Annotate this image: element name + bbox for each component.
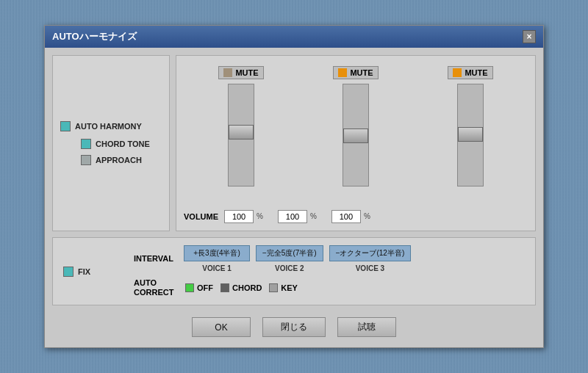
mute-label-3: MUTE <box>465 68 487 77</box>
chord-label: CHORD <box>232 283 262 292</box>
mute-button-2[interactable]: MUTE <box>333 66 378 79</box>
volume-input-2[interactable] <box>278 210 307 223</box>
sliders-area: MUTE MUTE <box>184 63 528 206</box>
key-option[interactable]: KEY <box>269 283 298 292</box>
left-panel: AUTO HARMONY CHORD TONE APPROACH <box>52 55 170 231</box>
slider-1[interactable] <box>228 84 254 186</box>
chord-option[interactable]: CHORD <box>220 283 262 292</box>
auto-harmony-option[interactable]: AUTO HARMONY <box>60 121 162 131</box>
mute-label-1: MUTE <box>235 68 258 77</box>
interval-row: INTERVAL +長3度(4半音) VOICE 1 −完全5度(7半音) VO… <box>134 245 525 272</box>
mute-button-3[interactable]: MUTE <box>448 66 492 79</box>
voice1-interval-btn[interactable]: +長3度(4半音) <box>184 245 250 261</box>
approach-option[interactable]: APPROACH <box>81 155 162 165</box>
pct-label-1: % <box>257 212 263 220</box>
mute-label-2: MUTE <box>350 68 373 77</box>
voice3-interval-btn[interactable]: −オクターブ(12半音) <box>329 245 412 261</box>
mute-button-1[interactable]: MUTE <box>218 66 263 79</box>
bottom-section: FIX INTERVAL +長3度(4半音) VOICE 1 −完全5度(7半音… <box>52 237 536 305</box>
footer: OK 閉じる 試聴 <box>52 311 536 340</box>
top-section: AUTO HARMONY CHORD TONE APPROACH <box>52 55 536 231</box>
slider-3[interactable] <box>457 84 484 186</box>
slider-panel: MUTE MUTE <box>176 55 536 231</box>
volume-row: VOLUME % % % <box>184 210 528 223</box>
voice2-col: −完全5度(7半音) VOICE 2 <box>256 245 323 272</box>
voice1-label: VOICE 1 <box>202 264 231 272</box>
auto-harmonize-dialog: AUTOハーモナイズ × AUTO HARMONY CHORD TONE <box>44 25 544 348</box>
voice1-col: +長3度(4半音) VOICE 1 <box>184 245 250 272</box>
volume-input-3[interactable] <box>331 210 361 223</box>
close-dialog-button[interactable]: 閉じる <box>262 317 326 337</box>
slider-col-2: MUTE <box>298 63 413 206</box>
chord-tone-option[interactable]: CHORD TONE <box>81 139 162 149</box>
auto-harmony-checkbox[interactable] <box>60 121 71 131</box>
slider-handle-2[interactable] <box>343 128 368 143</box>
right-controls: INTERVAL +長3度(4半音) VOICE 1 −完全5度(7半音) VO… <box>134 245 525 297</box>
title-bar: AUTOハーモナイズ × <box>45 26 543 48</box>
pct-label-2: % <box>310 212 317 220</box>
slider-2[interactable] <box>343 84 369 186</box>
ok-button[interactable]: OK <box>192 317 251 337</box>
mute-indicator-2 <box>338 68 347 77</box>
key-indicator[interactable] <box>269 283 278 292</box>
voice3-label: VOICE 3 <box>356 264 384 272</box>
chord-indicator[interactable] <box>220 283 229 292</box>
slider-col-1: MUTE <box>184 63 298 206</box>
off-indicator[interactable] <box>185 283 194 292</box>
mute-indicator-1 <box>223 68 232 77</box>
mute-indicator-3 <box>453 68 462 77</box>
voice2-label: VOICE 2 <box>275 264 304 272</box>
slider-handle-3[interactable] <box>458 127 483 142</box>
slider-col-3: MUTE <box>413 63 528 206</box>
voice3-col: −オクターブ(12半音) VOICE 3 <box>329 245 412 272</box>
pct-label-3: % <box>364 212 370 220</box>
close-button[interactable]: × <box>523 30 536 43</box>
approach-label: APPROACH <box>96 156 142 164</box>
interval-label: INTERVAL <box>134 254 178 263</box>
volume-label: VOLUME <box>184 212 218 221</box>
voice2-interval-btn[interactable]: −完全5度(7半音) <box>256 245 323 261</box>
autocorrect-row: AUTO CORRECT OFF CHORD KEY <box>134 278 525 297</box>
dialog-body: AUTO HARMONY CHORD TONE APPROACH <box>45 48 543 347</box>
fix-checkbox[interactable] <box>63 267 74 277</box>
approach-checkbox[interactable] <box>81 155 91 165</box>
auto-harmony-label: AUTO HARMONY <box>75 122 142 131</box>
volume-input-1[interactable] <box>224 210 254 223</box>
key-label: KEY <box>281 283 298 292</box>
slider-handle-1[interactable] <box>229 125 254 140</box>
fix-option[interactable]: FIX <box>63 267 122 277</box>
trial-button[interactable]: 試聴 <box>337 317 396 337</box>
off-label: OFF <box>197 283 213 292</box>
autocorrect-label: AUTO CORRECT <box>134 278 178 297</box>
chord-tone-label: CHORD TONE <box>96 140 150 148</box>
dialog-title: AUTOハーモナイズ <box>52 30 137 43</box>
off-option[interactable]: OFF <box>185 283 213 292</box>
chord-tone-checkbox[interactable] <box>81 139 91 149</box>
sub-options: CHORD TONE APPROACH <box>74 139 162 165</box>
fix-label: FIX <box>78 267 90 276</box>
